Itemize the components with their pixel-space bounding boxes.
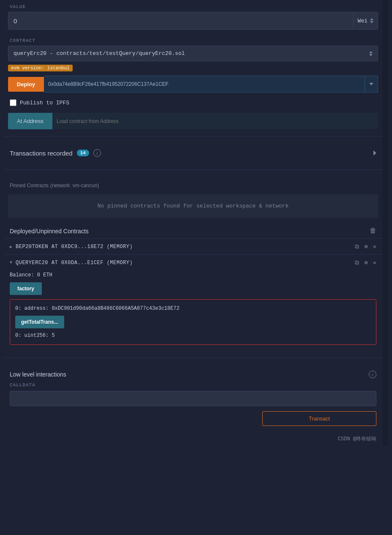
transactions-bar[interactable]: Transactions recorded 14 i xyxy=(4,143,382,163)
queryerc20-instance-header: ▼ QUERYERC20 AT 0X0DA...E1CEF (MEMORY) ⧉… xyxy=(4,255,382,270)
csdn-watermark: CSDN @终有链响 xyxy=(4,432,382,446)
factory-button[interactable]: factory xyxy=(10,282,42,295)
calldata-input[interactable] xyxy=(10,391,376,406)
transactions-title: Transactions recorded xyxy=(10,150,73,157)
contract-chevron-up xyxy=(369,51,373,53)
low-level-title: Low level interactions xyxy=(10,371,66,378)
publish-ipfs-label: Publish to IPFS xyxy=(20,100,69,106)
deployed-contracts-header: Deployed/Unpinned Contracts 🗑 xyxy=(4,224,382,238)
queryerc20-expanded-content: Balance: 0 ETH factory 0: address: 0xDC9… xyxy=(4,270,382,351)
bep20-pin-icon[interactable]: ⊕ xyxy=(364,243,368,250)
value-row: Wei xyxy=(8,12,378,30)
deploy-chevron-button[interactable] xyxy=(365,76,378,93)
queryerc20-collapse-arrow[interactable]: ▼ xyxy=(10,260,12,265)
transact-button[interactable]: Transact xyxy=(262,411,376,426)
chevron-down-icon xyxy=(370,21,373,23)
deployed-contracts-title: Deployed/Unpinned Contracts xyxy=(10,228,89,235)
evm-version-badge: evm version: istanbul xyxy=(8,65,73,71)
contract-selected-text: queryErc20 - contracts/test/testQuery/qu… xyxy=(14,50,185,57)
bep20-instance-left: ▶ BEP20TOKEN AT 0XDC9...18E72 (MEMORY) xyxy=(10,244,133,250)
bep20-instance-header: ▶ BEP20TOKEN AT 0XDC9...18E72 (MEMORY) ⧉… xyxy=(4,239,382,254)
get-total-trans-button[interactable]: getTotalTrans... xyxy=(15,316,64,328)
publish-ipfs-row: Publish to IPFS xyxy=(4,97,382,113)
queryerc20-close-icon[interactable]: ✕ xyxy=(373,259,376,266)
at-address-row: At Address xyxy=(8,113,378,129)
no-pinned-message: No pinned contracts found for selected w… xyxy=(8,194,378,218)
value-input[interactable] xyxy=(8,13,353,29)
divider-3 xyxy=(4,358,382,358)
queryerc20-instance-name: QUERYERC20 AT 0X0DA...E1CEF (MEMORY) xyxy=(16,260,133,266)
queryerc20-balance: Balance: 0 ETH xyxy=(10,270,376,282)
get-total-result-value: 0: uint256: 5 xyxy=(15,331,371,340)
contract-instance-queryerc20: ▼ QUERYERC20 AT 0X0DA...E1CEF (MEMORY) ⧉… xyxy=(4,254,382,351)
pinned-contracts-title: Pinned Contracts xyxy=(10,183,49,188)
low-level-info-icon[interactable]: i xyxy=(369,371,376,378)
queryerc20-instance-actions: ⧉ ⊕ ✕ xyxy=(355,259,376,266)
at-address-input[interactable] xyxy=(52,113,378,129)
transactions-count-badge: 14 xyxy=(77,150,89,156)
calldata-label: CALLDATA xyxy=(4,381,382,389)
unit-chevrons xyxy=(370,18,373,23)
divider-1 xyxy=(4,136,382,136)
deploy-row: Deploy xyxy=(8,76,378,93)
contract-chevrons xyxy=(369,51,373,56)
transactions-left: Transactions recorded 14 i xyxy=(10,149,101,157)
at-address-button[interactable]: At Address xyxy=(8,113,52,129)
contract-label: CONTRACT xyxy=(4,34,382,46)
pinned-contracts-header: Pinned Contracts (network: vm-cancun) xyxy=(4,177,382,192)
contract-instance-bep20: ▶ BEP20TOKEN AT 0XDC9...18E72 (MEMORY) ⧉… xyxy=(4,238,382,254)
no-pinned-text: No pinned contracts found for selected w… xyxy=(98,203,289,209)
bep20-expand-arrow[interactable]: ▶ xyxy=(10,244,12,249)
bep20-instance-name: BEP20TOKEN AT 0XDC9...18E72 (MEMORY) xyxy=(16,244,133,250)
contract-selector[interactable]: queryErc20 - contracts/test/testQuery/qu… xyxy=(8,46,378,61)
divider-2 xyxy=(4,169,382,170)
queryerc20-copy-icon[interactable]: ⧉ xyxy=(355,259,359,266)
value-label: VALUE xyxy=(4,0,382,12)
factory-result-box: 0: address: 0xDC901d90da66a8B486C6066A5A… xyxy=(10,299,376,345)
transact-row: Transact xyxy=(4,408,382,432)
transactions-chevron-right-icon xyxy=(373,150,376,156)
queryerc20-instance-left: ▼ QUERYERC20 AT 0X0DA...E1CEF (MEMORY) xyxy=(10,260,133,266)
value-unit-selector[interactable]: Wei xyxy=(353,12,378,29)
pinned-contracts-network: (network: vm-cancun) xyxy=(50,183,99,188)
factory-result-address: 0: address: 0xDC901d90da66a8B486C6066A5A… xyxy=(15,304,371,313)
deploy-button[interactable]: Deploy xyxy=(8,77,44,92)
deploy-address-input[interactable] xyxy=(44,76,365,93)
bep20-close-icon[interactable]: ✕ xyxy=(373,243,376,250)
trash-icon[interactable]: 🗑 xyxy=(370,227,376,235)
transactions-info-icon[interactable]: i xyxy=(93,149,101,157)
contract-chevron-down xyxy=(369,54,373,56)
value-unit-text: Wei xyxy=(358,18,368,24)
deploy-chevron-down-icon xyxy=(369,83,373,85)
bep20-instance-actions: ⧉ ⊕ ✕ xyxy=(355,243,376,250)
publish-ipfs-checkbox[interactable] xyxy=(10,99,16,106)
low-level-header: Low level interactions i xyxy=(4,365,382,381)
bep20-copy-icon[interactable]: ⧉ xyxy=(355,243,359,250)
queryerc20-pin-icon[interactable]: ⊕ xyxy=(364,259,368,266)
chevron-up-icon xyxy=(370,18,373,20)
